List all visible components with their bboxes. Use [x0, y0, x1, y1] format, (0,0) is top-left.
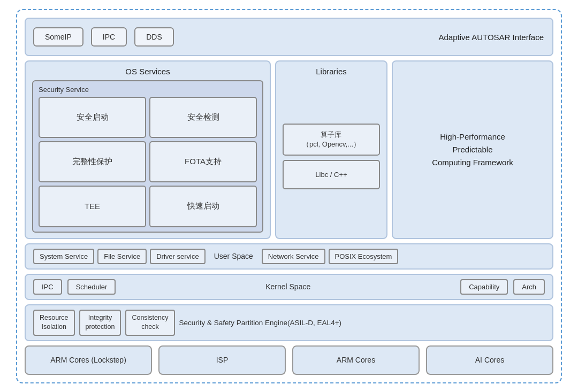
cores-row: ARM Cores (Lockstep) ISP ARM Cores AI Co… — [25, 345, 553, 375]
user-space-row: System Service File Service Driver servi… — [25, 243, 553, 270]
os-services-title: OS Services — [32, 67, 263, 76]
system-service-box: System Service — [33, 249, 94, 264]
arch-box: Arch — [513, 279, 545, 295]
lib-item-1: Libc / C++ — [283, 160, 380, 189]
hpc-block: High-Performance Predictable Computing F… — [392, 60, 553, 239]
sec-item-0: 安全启动 — [39, 97, 146, 138]
scheduler-box: Scheduler — [67, 279, 116, 295]
main-diagram: SomeIP IPC DDS Adaptive AUTOSAR Interfac… — [16, 9, 562, 383]
security-partition-label: Security & Safety Partition Engine(ASIL-… — [179, 319, 545, 327]
consistency-check-box: Consistency check — [125, 310, 174, 336]
capability-box: Capability — [460, 279, 508, 295]
sec-item-5: 快速启动 — [149, 186, 257, 227]
ipc-kernel-box: IPC — [33, 279, 62, 295]
posix-ecosystem-box: POSIX Ecosystem — [329, 249, 399, 264]
lib-item-0: 算子库 （pcl, Opencv,...） — [283, 124, 380, 156]
ai-cores-box: AI Cores — [426, 345, 553, 375]
integrity-protection-box: Integrity protection — [79, 310, 121, 336]
sec-item-3: FOTA支持 — [149, 141, 257, 182]
someip-box: SomeIP — [33, 27, 83, 47]
autosar-row: SomeIP IPC DDS Adaptive AUTOSAR Interfac… — [25, 18, 553, 56]
security-service-block: Security Service 安全启动 安全检测 完整性保护 FOTA支持 … — [32, 80, 263, 233]
security-service-title: Security Service — [39, 86, 257, 94]
autosar-title: Adaptive AUTOSAR Interface — [439, 32, 544, 41]
security-partition-row: Resource Isolation Integrity protection … — [25, 304, 553, 341]
isp-box: ISP — [158, 345, 286, 375]
driver-service-box: Driver service — [150, 249, 205, 264]
file-service-box: File Service — [97, 249, 147, 264]
arm-cores-lockstep-box: ARM Cores (Lockstep) — [25, 345, 152, 375]
kernel-space-label: Kernel Space — [121, 282, 455, 291]
arm-cores-box: ARM Cores — [292, 345, 420, 375]
lib-items: 算子库 （pcl, Opencv,...） Libc / C++ — [283, 80, 380, 233]
libraries-block: Libraries 算子库 （pcl, Opencv,...） Libc / C… — [275, 60, 387, 239]
user-space-label: User Space — [209, 249, 258, 263]
hpc-text: High-Performance Predictable Computing F… — [432, 130, 513, 169]
os-services-block: OS Services Security Service 安全启动 安全检测 完… — [25, 60, 271, 239]
dds-box: DDS — [134, 27, 174, 47]
kernel-space-row: IPC Scheduler Kernel Space Capability Ar… — [25, 274, 553, 300]
sec-item-1: 安全检测 — [149, 97, 257, 138]
security-grid: 安全启动 安全检测 完整性保护 FOTA支持 TEE 快速启动 — [39, 97, 257, 227]
middle-row: OS Services Security Service 安全启动 安全检测 完… — [25, 60, 553, 239]
resource-isolation-box: Resource Isolation — [33, 310, 75, 336]
sec-item-2: 完整性保护 — [39, 141, 146, 182]
libraries-title: Libraries — [283, 67, 380, 76]
network-service-box: Network Service — [262, 249, 325, 264]
sec-item-4: TEE — [39, 186, 146, 227]
ipc-box: IPC — [91, 27, 127, 47]
